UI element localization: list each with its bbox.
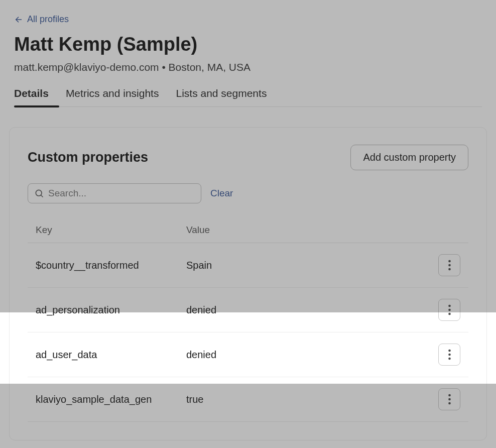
column-header-value: Value: [186, 225, 460, 236]
search-row: Clear: [28, 183, 468, 203]
tabs: Details Metrics and insights Lists and s…: [14, 87, 482, 107]
row-actions: [435, 388, 460, 410]
back-to-all-profiles-link[interactable]: All profiles: [14, 14, 69, 25]
search-input[interactable]: [48, 188, 195, 199]
row-actions: [435, 299, 460, 321]
more-vertical-icon: [448, 394, 451, 405]
svg-point-6: [448, 305, 451, 307]
property-key: klaviyo_sample_data_gen: [36, 394, 186, 405]
table-row: ad_personalization denied: [28, 288, 468, 332]
table-header: Key Value: [28, 217, 468, 243]
back-link-label: All profiles: [27, 14, 69, 25]
property-value: true: [186, 394, 435, 405]
profile-name: Matt Kemp (Sample): [14, 34, 482, 55]
arrow-left-icon: [14, 15, 23, 24]
card-header: Custom properties Add custom property: [28, 145, 468, 170]
svg-point-1: [36, 190, 42, 196]
profile-location: Boston, MA, USA: [169, 61, 251, 73]
row-actions: [435, 344, 460, 366]
tab-lists-and-segments[interactable]: Lists and segments: [176, 87, 267, 106]
page-header: All profiles Matt Kemp (Sample) matt.kem…: [0, 0, 496, 107]
add-custom-property-button[interactable]: Add custom property: [350, 145, 468, 170]
property-value: Spain: [186, 260, 435, 271]
card-title: Custom properties: [28, 150, 148, 165]
row-more-button[interactable]: [438, 299, 460, 321]
row-more-button[interactable]: [438, 388, 460, 410]
property-key: ad_personalization: [36, 304, 186, 316]
profile-meta: matt.kemp@klaviyo-demo.com • Boston, MA,…: [14, 61, 482, 73]
more-vertical-icon: [448, 304, 451, 315]
profile-email: matt.kemp@klaviyo-demo.com: [14, 61, 159, 73]
table-row: $country__transformed Spain: [28, 243, 468, 288]
row-more-button[interactable]: [438, 254, 460, 276]
properties-table: Key Value $country__transformed Spain ad…: [28, 217, 468, 422]
svg-point-11: [448, 358, 451, 360]
svg-point-10: [448, 354, 451, 356]
svg-point-12: [448, 394, 451, 397]
custom-properties-card: Custom properties Add custom property Cl…: [9, 127, 487, 440]
profile-page: All profiles Matt Kemp (Sample) matt.kem…: [0, 0, 496, 448]
row-actions: [435, 254, 460, 276]
tab-metrics-and-insights[interactable]: Metrics and insights: [66, 87, 159, 106]
svg-point-8: [448, 313, 451, 315]
column-header-key: Key: [36, 225, 186, 236]
svg-point-4: [448, 264, 451, 267]
property-value: denied: [186, 304, 435, 316]
svg-point-5: [448, 268, 451, 271]
property-key: ad_user_data: [36, 349, 186, 361]
svg-line-2: [41, 195, 43, 197]
table-row: ad_user_data denied: [28, 332, 468, 377]
svg-point-3: [448, 260, 451, 263]
tab-details[interactable]: Details: [14, 87, 49, 106]
property-value: denied: [186, 349, 435, 361]
svg-point-14: [448, 402, 451, 405]
property-key: $country__transformed: [36, 260, 186, 271]
meta-separator: •: [159, 61, 169, 73]
more-vertical-icon: [448, 260, 451, 271]
svg-point-9: [448, 350, 451, 352]
table-row: klaviyo_sample_data_gen true: [28, 377, 468, 422]
clear-search-link[interactable]: Clear: [210, 188, 233, 199]
row-more-button[interactable]: [438, 344, 460, 366]
svg-point-7: [448, 309, 451, 311]
more-vertical-icon: [448, 349, 451, 360]
search-input-wrapper[interactable]: [28, 183, 201, 203]
search-icon: [34, 188, 44, 198]
svg-point-13: [448, 398, 451, 401]
